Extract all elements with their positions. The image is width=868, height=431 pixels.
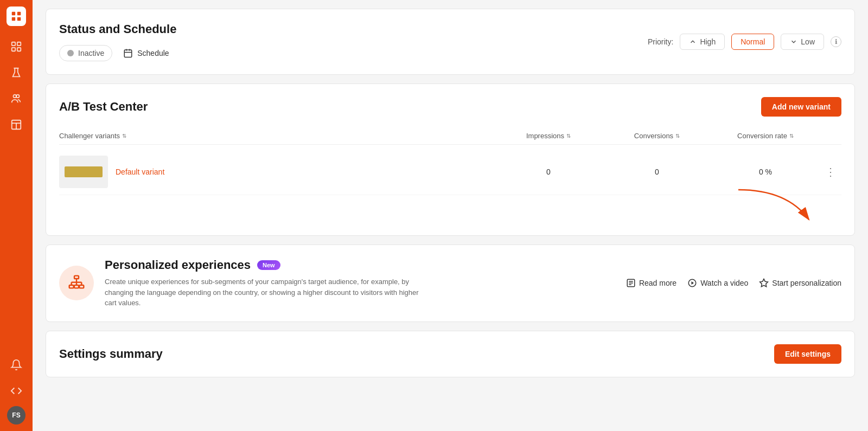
priority-section: Priority: High Normal Low ℹ xyxy=(648,34,841,50)
logo-icon xyxy=(10,10,22,22)
start-personalization-link[interactable]: Start personalization xyxy=(759,278,841,288)
variant-name[interactable]: Default variant xyxy=(116,168,164,176)
status-actions: Inactive Schedule xyxy=(59,45,176,61)
play-icon xyxy=(687,278,697,288)
book-icon xyxy=(626,278,636,288)
personalized-icon xyxy=(59,266,94,300)
svg-rect-4 xyxy=(12,42,15,46)
star-icon xyxy=(759,278,769,288)
info-icon[interactable]: ℹ xyxy=(831,36,841,47)
svg-rect-3 xyxy=(17,17,21,21)
sidebar-item-layout[interactable] xyxy=(5,114,27,136)
add-variant-button[interactable]: Add new variant xyxy=(761,97,841,117)
read-more-label: Read more xyxy=(639,279,676,287)
svg-rect-1 xyxy=(17,12,21,15)
ab-test-title: A/B Test Center xyxy=(59,100,148,114)
start-personalization-label: Start personalization xyxy=(772,279,841,287)
settings-header: Settings summary Edit settings xyxy=(59,344,841,364)
svg-rect-19 xyxy=(69,285,74,288)
conversion-rate-value: 0 % xyxy=(711,168,820,176)
status-schedule-title: Status and Schedule xyxy=(59,22,176,36)
calendar-icon xyxy=(123,48,133,58)
svg-point-9 xyxy=(16,95,20,98)
priority-low-label: Low xyxy=(801,37,815,46)
edit-settings-button[interactable]: Edit settings xyxy=(774,344,841,364)
svg-marker-32 xyxy=(692,281,694,285)
impressions-value: 0 xyxy=(494,168,603,176)
schedule-button[interactable]: Schedule xyxy=(123,48,169,58)
ab-header: A/B Test Center Add new variant xyxy=(59,97,841,117)
layout-icon xyxy=(10,119,22,131)
personalized-title-row: Personalized experiences New xyxy=(105,258,615,272)
status-dot xyxy=(67,50,74,56)
sidebar-bottom: FS xyxy=(5,354,27,424)
sidebar-item-experiments[interactable] xyxy=(5,62,27,83)
col-conversion-rate: Conversion rate ⇅ xyxy=(711,132,820,140)
sidebar: FS xyxy=(0,0,33,431)
personalized-desc: Create unique experiences for sub-segmen… xyxy=(105,276,430,308)
variant-cell: Default variant xyxy=(59,156,494,188)
svg-rect-21 xyxy=(79,285,84,288)
sort-icon-impressions: ⇅ xyxy=(566,133,571,139)
arrow-up-icon xyxy=(689,38,697,46)
table-header: Challenger variants ⇅ Impressions ⇅ Conv… xyxy=(59,127,841,145)
sidebar-item-audience[interactable] xyxy=(5,88,27,110)
flask-icon xyxy=(10,67,22,79)
sort-icon-conversion-rate: ⇅ xyxy=(789,133,794,139)
org-chart-icon xyxy=(68,274,85,292)
col-impressions: Impressions ⇅ xyxy=(494,132,603,140)
code-icon xyxy=(10,385,22,397)
priority-high-button[interactable]: High xyxy=(680,34,725,50)
avatar[interactable]: FS xyxy=(7,406,25,424)
svg-marker-33 xyxy=(760,279,768,287)
col-challenger: Challenger variants ⇅ xyxy=(59,132,494,140)
col-actions xyxy=(820,132,841,140)
priority-high-label: High xyxy=(700,37,716,46)
settings-summary-card: Settings summary Edit settings xyxy=(46,331,855,377)
priority-normal-label: Normal xyxy=(741,37,765,46)
personalized-title: Personalized experiences xyxy=(105,258,251,272)
sort-icon-conversions: ⇅ xyxy=(675,133,680,139)
svg-rect-5 xyxy=(17,42,21,46)
bell-icon xyxy=(10,359,22,371)
read-more-link[interactable]: Read more xyxy=(626,278,676,288)
personalized-experiences-card: Personalized experiences New Create uniq… xyxy=(46,245,855,322)
variant-thumbnail xyxy=(59,156,108,188)
main-content: Status and Schedule Inactive Schedu xyxy=(33,0,868,431)
conversions-value: 0 xyxy=(603,168,711,176)
ab-test-card: A/B Test Center Add new variant Challeng… xyxy=(46,83,855,236)
svg-rect-7 xyxy=(17,48,21,51)
status-label: Inactive xyxy=(78,49,104,57)
col-conversions: Conversions ⇅ xyxy=(603,132,711,140)
status-card-left: Status and Schedule Inactive Schedu xyxy=(59,22,176,61)
new-badge: New xyxy=(257,260,280,270)
sidebar-item-dashboard[interactable] xyxy=(5,36,27,57)
row-more-actions: ⋮ xyxy=(820,163,841,181)
arrow-down-icon xyxy=(790,38,797,46)
dashboard-icon xyxy=(10,41,22,53)
arrow-annotation xyxy=(59,195,841,222)
watch-video-label: Watch a video xyxy=(700,279,748,287)
svg-rect-18 xyxy=(74,276,79,279)
schedule-label: Schedule xyxy=(137,49,169,57)
svg-rect-6 xyxy=(12,48,15,51)
more-button[interactable]: ⋮ xyxy=(823,163,838,181)
status-inactive-badge[interactable]: Inactive xyxy=(59,45,112,61)
priority-normal-button[interactable]: Normal xyxy=(731,34,774,50)
sidebar-item-bell[interactable] xyxy=(5,354,27,376)
people-icon xyxy=(10,93,22,105)
status-schedule-card: Status and Schedule Inactive Schedu xyxy=(46,9,855,75)
priority-low-button[interactable]: Low xyxy=(781,34,824,50)
sort-icon-challenger: ⇅ xyxy=(122,133,126,139)
variant-thumbnail-inner xyxy=(65,166,103,177)
personalized-actions: Read more Watch a video Start personaliz… xyxy=(626,278,841,288)
personalized-content: Personalized experiences New Create uniq… xyxy=(105,258,615,308)
priority-label: Priority: xyxy=(648,37,673,46)
watch-video-link[interactable]: Watch a video xyxy=(687,278,748,288)
svg-rect-2 xyxy=(12,17,15,21)
svg-rect-13 xyxy=(125,50,132,57)
sidebar-item-code[interactable] xyxy=(5,380,27,402)
arrow-svg xyxy=(722,184,831,228)
sidebar-logo[interactable] xyxy=(7,7,26,26)
svg-rect-20 xyxy=(74,285,79,288)
